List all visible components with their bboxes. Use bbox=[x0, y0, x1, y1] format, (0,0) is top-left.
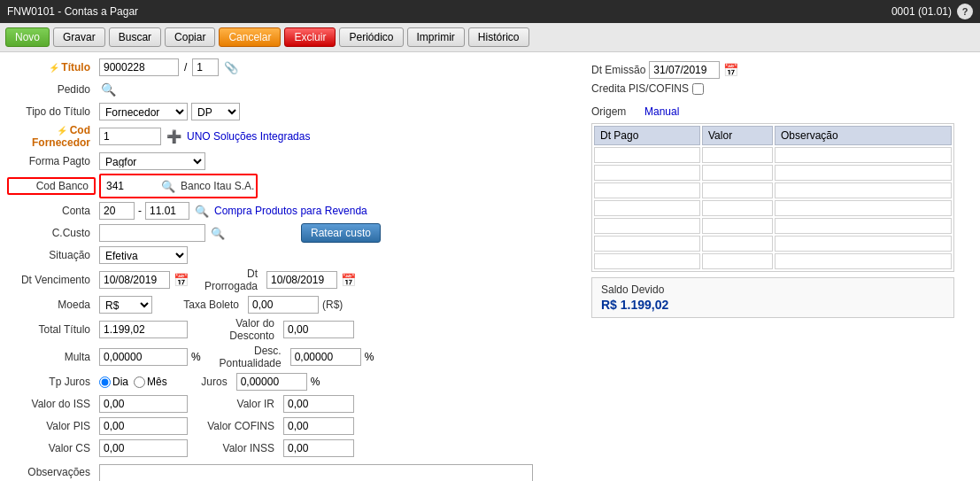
moeda-label: Moeda bbox=[7, 299, 96, 311]
credita-pis-checkbox[interactable] bbox=[692, 83, 704, 95]
saldo-devido-value: R$ 1.199,02 bbox=[601, 298, 945, 312]
window-title: FNW0101 - Contas a Pagar bbox=[7, 5, 138, 18]
valor-iss-input[interactable]: 0,00 bbox=[99, 395, 188, 413]
multa-input[interactable]: 0,00000 bbox=[99, 348, 188, 366]
valor-pis-row: Valor PIS 0,00 Valor COFINS 0,00 bbox=[7, 416, 574, 436]
tipo-titulo-label: Tipo do Título bbox=[7, 105, 96, 118]
dt-emissao-row: Dt Emissão 31/07/2019 📅 bbox=[591, 61, 954, 79]
desc-pontualidade-unit: % bbox=[365, 351, 374, 363]
observacoes-label: Observações bbox=[7, 464, 96, 478]
titulo-input1[interactable]: 9000228 bbox=[99, 58, 179, 76]
valor-iss-label: Valor do ISS bbox=[7, 398, 96, 410]
ccusto-search-icon[interactable]: 🔍 bbox=[209, 227, 227, 240]
tipo-titulo-select1[interactable]: Fornecedor bbox=[99, 103, 188, 120]
valor-pis-label: Valor PIS bbox=[7, 420, 96, 432]
ratear-custo-button[interactable]: Ratear custo bbox=[301, 223, 381, 243]
conta-name-link[interactable]: Compra Produtos para Revenda bbox=[214, 205, 367, 217]
right-section: Dt Emissão 31/07/2019 📅 Credita PIS/COFI… bbox=[591, 58, 954, 318]
copiar-button[interactable]: Copiar bbox=[165, 27, 215, 47]
moeda-select[interactable]: R$ bbox=[99, 296, 152, 314]
cod-banco-input[interactable]: 341 bbox=[103, 177, 156, 195]
dt-vencimento-calendar-icon[interactable]: 📅 bbox=[174, 273, 189, 287]
tp-juros-dia-label[interactable]: Dia bbox=[99, 376, 128, 388]
valor-ir-input[interactable]: 0,00 bbox=[283, 395, 354, 413]
dt-prorrogada-calendar-icon[interactable]: 📅 bbox=[341, 273, 356, 287]
titulo-input2[interactable]: 1 bbox=[192, 58, 219, 76]
dt-emissao-input[interactable]: 31/07/2019 bbox=[649, 61, 720, 79]
valor-cs-input[interactable]: 0,00 bbox=[99, 439, 188, 457]
help-button[interactable]: ? bbox=[957, 4, 973, 19]
tp-juros-mes-label[interactable]: Mês bbox=[134, 376, 167, 388]
table-row bbox=[594, 200, 952, 216]
cod-banco-search-icon[interactable]: 🔍 bbox=[159, 180, 177, 193]
desc-pontualidade-label: Desc. Pontualidade bbox=[204, 345, 287, 369]
cod-fornecedor-input[interactable]: 1 bbox=[99, 128, 161, 145]
conta-input1[interactable]: 20 bbox=[99, 202, 135, 220]
instance-label: 0001 (01.01) bbox=[891, 5, 952, 18]
situacao-select[interactable]: Efetiva bbox=[99, 246, 188, 264]
periodico-button[interactable]: Periódico bbox=[339, 27, 403, 47]
cod-fornecedor-row: Cod Fornecedor 1 ➕ UNO Soluções Integrad… bbox=[7, 124, 574, 149]
pedido-row: Pedido 🔍 bbox=[7, 80, 574, 99]
valor-iss-row: Valor do ISS 0,00 Valor IR 0,00 bbox=[7, 394, 574, 414]
valor-cofins-label: Valor COFINS bbox=[191, 420, 280, 432]
valor-desconto-input[interactable]: 0,00 bbox=[283, 321, 354, 338]
origem-row: Origem Manual bbox=[591, 105, 954, 118]
valor-cs-row: Valor CS 0,00 Valor INSS 0,00 bbox=[7, 438, 574, 458]
cod-fornecedor-add-icon[interactable]: ➕ bbox=[165, 129, 183, 144]
desc-pontualidade-input[interactable]: 0,00000 bbox=[290, 348, 361, 366]
table-row bbox=[594, 253, 952, 269]
total-titulo-label: Total Título bbox=[7, 323, 96, 336]
pagamentos-table: Dt Pago Valor Observação bbox=[591, 123, 954, 272]
tp-juros-mes-radio[interactable] bbox=[134, 376, 145, 388]
dt-emissao-calendar-icon[interactable]: 📅 bbox=[723, 63, 738, 77]
cod-banco-label: Cod Banco bbox=[7, 177, 96, 195]
tipo-titulo-select2[interactable]: DP bbox=[191, 103, 240, 120]
taxa-boleto-input[interactable]: 0,00 bbox=[248, 296, 319, 314]
historico-button[interactable]: Histórico bbox=[468, 27, 529, 47]
conta-input2[interactable]: 11.01 bbox=[145, 202, 189, 220]
titulo-row: Título 9000228 / 1 📎 bbox=[7, 58, 574, 77]
bank-name: Banco Itau S.A. bbox=[181, 180, 254, 192]
saldo-devido-box: Saldo Devido R$ 1.199,02 bbox=[591, 277, 954, 318]
forma-pagto-select[interactable]: Pagfor bbox=[99, 152, 205, 170]
buscar-button[interactable]: Buscar bbox=[109, 27, 161, 47]
origem-label: Origem bbox=[591, 105, 636, 118]
pedido-label: Pedido bbox=[7, 83, 96, 96]
conta-search-icon[interactable]: 🔍 bbox=[193, 205, 211, 218]
dt-prorrogada-input[interactable]: 10/08/2019 bbox=[266, 271, 337, 289]
saldo-devido-label: Saldo Devido bbox=[601, 283, 945, 296]
ccusto-label: C.Custo bbox=[7, 227, 96, 239]
cancelar-button[interactable]: Cancelar bbox=[219, 27, 281, 47]
valor-inss-input[interactable]: 0,00 bbox=[283, 439, 354, 457]
table-row bbox=[594, 165, 952, 181]
ccusto-input[interactable] bbox=[99, 224, 205, 242]
valor-pis-input[interactable]: 0,00 bbox=[99, 417, 188, 435]
conta-label: Conta bbox=[7, 205, 96, 217]
multa-unit: % bbox=[191, 351, 201, 363]
tp-juros-radio-group: Dia Mês bbox=[99, 376, 167, 388]
cod-banco-highlight-box: 341 🔍 Banco Itau S.A. bbox=[99, 174, 258, 198]
cod-banco-row: Cod Banco 341 🔍 Banco Itau S.A. bbox=[7, 174, 574, 198]
titulo-attach-icon[interactable]: 📎 bbox=[222, 61, 240, 74]
table-row bbox=[594, 147, 952, 163]
observacoes-textarea[interactable] bbox=[99, 464, 533, 481]
excluir-button[interactable]: Excluir bbox=[284, 27, 336, 47]
valor-ir-label: Valor IR bbox=[191, 398, 280, 410]
origem-value-link[interactable]: Manual bbox=[644, 105, 679, 118]
valor-cofins-input[interactable]: 0,00 bbox=[283, 417, 354, 435]
gravar-button[interactable]: Gravar bbox=[53, 27, 105, 47]
tp-juros-label: Tp Juros bbox=[7, 376, 96, 388]
dt-vencimento-input[interactable]: 10/08/2019 bbox=[99, 271, 170, 289]
taxa-boleto-unit: (R$) bbox=[322, 299, 343, 311]
juros-input[interactable]: 0,00000 bbox=[236, 373, 307, 391]
tp-juros-dia-radio[interactable] bbox=[99, 376, 111, 388]
dt-vencimento-label: Dt Vencimento bbox=[7, 274, 96, 286]
imprimir-button[interactable]: Imprimir bbox=[407, 27, 465, 47]
pedido-search-icon[interactable]: 🔍 bbox=[99, 82, 118, 97]
total-titulo-input[interactable]: 1.199,02 bbox=[99, 321, 188, 338]
dt-prorrogada-label: Dt Prorrogada bbox=[192, 268, 263, 292]
supplier-name-link[interactable]: UNO Soluções Integradas bbox=[187, 130, 310, 143]
novo-button[interactable]: Novo bbox=[5, 27, 50, 47]
title-bar: FNW0101 - Contas a Pagar 0001 (01.01) ? bbox=[0, 0, 980, 23]
